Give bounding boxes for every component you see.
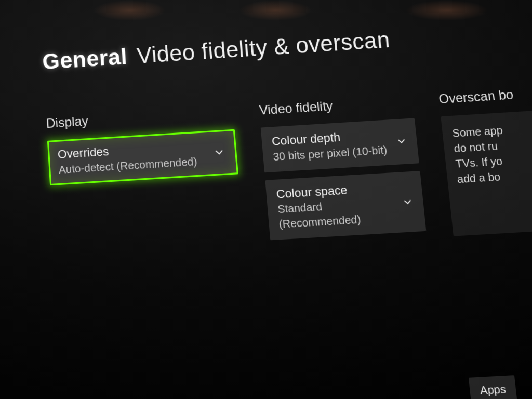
colour-depth-dropdown[interactable]: Colour depth 30 bits per pixel (10-bit) — [261, 118, 419, 172]
chevron-down-icon — [213, 147, 226, 159]
chevron-down-icon — [402, 196, 414, 207]
video-fidelity-section-label: Video fidelity — [259, 93, 414, 117]
overscan-section-label: Overscan bo — [438, 84, 532, 107]
chevron-down-icon — [395, 136, 407, 147]
colour-space-dropdown[interactable]: Colour space Standard (Recommended) — [265, 171, 427, 241]
colour-space-value: Standard (Recommended) — [277, 195, 397, 232]
page-title: Video fidelity & overscan — [136, 27, 391, 69]
overrides-dropdown[interactable]: Overrides Auto-detect (Recommended) — [47, 129, 238, 185]
overscan-description: Some app do not ru TVs. If yo add a bo — [441, 109, 532, 236]
breadcrumb-category: General — [42, 44, 128, 74]
display-section-label: Display — [46, 104, 234, 131]
apps-button[interactable]: Apps — [469, 375, 517, 399]
page-header: General Video fidelity & overscan — [42, 17, 532, 75]
